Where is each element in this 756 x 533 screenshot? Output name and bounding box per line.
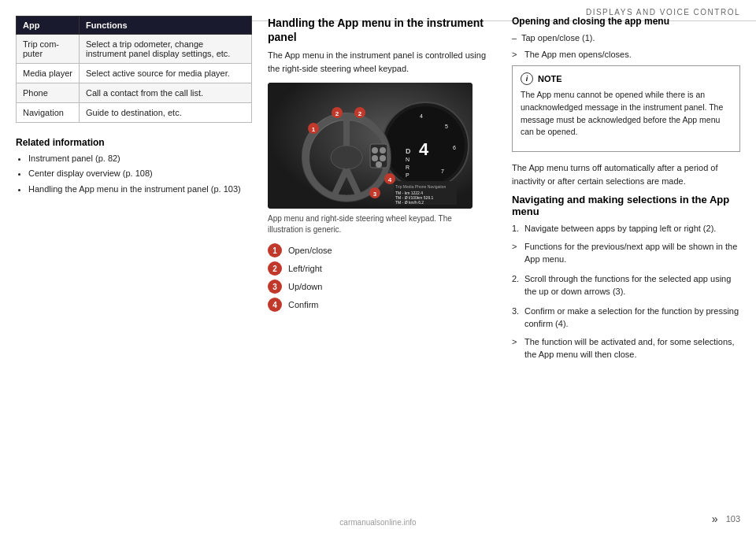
opening-dash-item: Tap open/close (1). — [512, 31, 740, 45]
legend-label-3: Up/down — [288, 282, 322, 291]
legend-badge-1: 1 — [268, 243, 282, 257]
svg-point-24 — [372, 147, 378, 154]
image-caption: App menu and right-side steering wheel k… — [268, 213, 488, 235]
opening-gt-item: The App men opens/closes. — [512, 48, 740, 61]
svg-text:N: N — [406, 157, 410, 162]
svg-text:5: 5 — [445, 124, 448, 129]
table-func-cell: Call a contact from the call list. — [80, 83, 252, 103]
svg-text:6: 6 — [453, 145, 456, 150]
watermark: carmanualsonline.info — [339, 518, 416, 527]
info-icon: i — [521, 72, 533, 85]
legend-item: 2 Left/right — [268, 261, 488, 276]
nav-item: 3. Confirm or make a selection for the f… — [512, 305, 740, 361]
nav-item-number: 2. — [512, 272, 519, 286]
svg-text:Trip  Media  Phone  Navigation: Trip Media Phone Navigation — [395, 184, 447, 189]
table-app-cell: Trip com-puter — [17, 35, 80, 64]
related-item: Instrument panel (p. 82) — [28, 153, 252, 165]
table-row: PhoneCall a contact from the call list. — [17, 83, 252, 103]
legend-badge-4: 4 — [268, 298, 282, 312]
table-row: Media playerSelect active source for med… — [17, 64, 252, 83]
note-header: i NOTE — [521, 72, 732, 85]
page-number: 103 — [726, 514, 740, 524]
svg-point-26 — [372, 155, 378, 161]
nav-item-gt: The function will be activated and, for … — [512, 335, 740, 361]
mid-section-title: Handling the App menu in the instrument … — [268, 16, 488, 44]
note-title: NOTE — [538, 74, 562, 83]
related-item: Handling the App menu in the instrument … — [28, 183, 252, 195]
legend-label-4: Confirm — [288, 300, 319, 309]
note-text: The App menu cannot be opened while ther… — [521, 89, 732, 139]
nav-items-list: 1. Navigate between apps by tapping left… — [512, 222, 740, 361]
svg-text:4: 4 — [419, 139, 429, 159]
nav-item-text: 3. Confirm or make a selection for the f… — [512, 305, 740, 331]
table-app-cell: Media player — [17, 64, 80, 83]
table-row: NavigationGuide to destination, etc. — [17, 103, 252, 123]
related-item: Center display overview (p. 108) — [28, 168, 252, 180]
nav-item-gt: Functions for the previous/next app will… — [512, 240, 740, 266]
table-func-cell: Guide to destination, etc. — [80, 103, 252, 123]
table-app-cell: Phone — [17, 83, 80, 103]
footer: » 103 — [712, 513, 740, 525]
legend-item: 1 Open/close — [268, 243, 488, 257]
footer-arrows: » — [712, 513, 718, 525]
svg-text:2: 2 — [335, 110, 339, 117]
svg-text:3: 3 — [373, 191, 377, 198]
auto-off-text: The App menu turns off automatically aft… — [512, 161, 740, 187]
nav-item: 2. Scroll through the functions for the … — [512, 272, 740, 298]
mid-column: Handling the App menu in the instrument … — [268, 16, 488, 316]
legend-badge-3: 3 — [268, 279, 282, 294]
svg-text:7: 7 — [441, 168, 444, 174]
legend-badge-2: 2 — [268, 261, 282, 276]
svg-text:4: 4 — [420, 113, 423, 119]
nav-item-number: 1. — [512, 222, 519, 235]
app-functions-table: App Functions Trip com-puterSelect a tri… — [16, 16, 252, 123]
nav-item-number: 3. — [512, 305, 519, 318]
nav-item-text: 2. Scroll through the functions for the … — [512, 272, 740, 298]
svg-text:2: 2 — [358, 110, 362, 117]
svg-text:D: D — [406, 147, 411, 155]
opening-title: Opening and closing the app menu — [512, 16, 740, 27]
svg-point-28 — [376, 161, 382, 168]
legend-item: 4 Confirm — [268, 298, 488, 312]
legend-item: 3 Up/down — [268, 279, 488, 294]
related-list: Instrument panel (p. 82)Center display o… — [16, 153, 252, 195]
svg-point-25 — [380, 147, 386, 154]
svg-text:1: 1 — [312, 126, 316, 133]
legend-label-2: Left/right — [288, 264, 322, 273]
svg-point-27 — [380, 155, 386, 161]
related-information: Related information Instrument panel (p.… — [16, 137, 252, 195]
nav-title: Navigating and making selections in the … — [512, 194, 740, 217]
table-row: Trip com-puterSelect a trip odometer, ch… — [17, 35, 252, 64]
svg-text:R: R — [406, 165, 410, 170]
svg-text:4: 4 — [388, 176, 392, 183]
related-info-title: Related information — [16, 137, 252, 148]
mid-intro: The App menu in the instrument panel is … — [268, 49, 488, 75]
note-box: i NOTE The App menu cannot be opened whi… — [512, 65, 740, 152]
table-app-cell: Navigation — [17, 103, 80, 123]
table-col1-header: App — [17, 17, 80, 35]
table-col2-header: Functions — [80, 17, 252, 35]
svg-text:P: P — [406, 172, 410, 178]
legend-list: 1 Open/close 2 Left/right 3 Up/down 4 Co… — [268, 243, 488, 312]
nav-item: 1. Navigate between apps by tapping left… — [512, 222, 740, 266]
svg-point-19 — [331, 146, 362, 169]
steering-wheel-image: 4 5 6 7 P R N D 4 Trip Media Phone Navig… — [268, 83, 472, 209]
table-func-cell: Select a trip odometer, change instrumen… — [80, 35, 252, 64]
left-column: App Functions Trip com-puterSelect a tri… — [16, 16, 252, 198]
table-func-cell: Select active source for media player. — [80, 64, 252, 83]
right-column: Opening and closing the app menu Tap ope… — [512, 16, 740, 368]
nav-item-text: 1. Navigate between apps by tapping left… — [512, 222, 740, 235]
legend-label-1: Open/close — [288, 246, 332, 255]
svg-text:TM - Ø km/h       6.2: TM - Ø km/h 6.2 — [395, 200, 424, 205]
